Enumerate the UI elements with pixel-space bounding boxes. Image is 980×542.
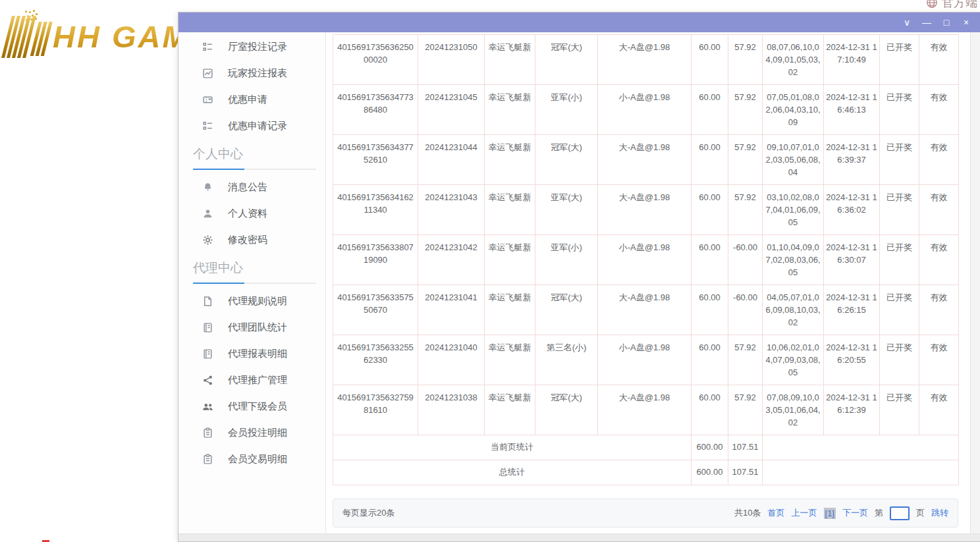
main-content: 40156917356362500002020241231050幸运飞艇新冠军(… bbox=[326, 32, 980, 535]
cell-numbers: 03,10,02,08,07,04,01,06,09,05 bbox=[763, 185, 824, 235]
current-page-badge[interactable]: [1] bbox=[824, 508, 836, 519]
sidebar-item[interactable]: 玩家投注报表 bbox=[178, 60, 325, 86]
summary-amount: 600.00 bbox=[692, 435, 728, 460]
cell-game: 幸运飞艇新 bbox=[485, 285, 535, 335]
cell-winloss: 57.92 bbox=[728, 385, 763, 435]
cell-amount: 60.00 bbox=[692, 185, 728, 235]
sidebar-item-label: 代理推广管理 bbox=[228, 374, 287, 387]
cell-order-id: 401569173563416211340 bbox=[333, 185, 418, 235]
cell-winloss: 57.92 bbox=[728, 335, 763, 385]
cell-bet: 亚军(大) bbox=[535, 185, 598, 235]
cell-winloss: -60.00 bbox=[728, 285, 763, 335]
horizontal-scrollbar[interactable] bbox=[178, 533, 980, 541]
sidebar-item-label: 修改密码 bbox=[228, 234, 267, 246]
table-row: 40156917356362500002020241231050幸运飞艇新冠军(… bbox=[333, 35, 959, 85]
list-icon bbox=[202, 121, 213, 132]
cell-game: 幸运飞艇新 bbox=[485, 85, 535, 135]
table-row: 40156917356327598161020241231038幸运飞艇新冠军(… bbox=[333, 385, 959, 435]
file-icon bbox=[202, 296, 213, 307]
summary-winloss: 107.51 bbox=[728, 460, 763, 485]
section-underline bbox=[193, 283, 316, 284]
sidebar-item[interactable]: 代理报表明细 bbox=[178, 340, 325, 367]
cell-time: 2024-12-31 16:46:13 bbox=[824, 85, 880, 135]
official-site-link[interactable]: 官方端 bbox=[926, 0, 977, 11]
cell-numbers: 09,10,07,01,02,03,05,06,08,04 bbox=[763, 135, 824, 185]
vertical-scrollbar[interactable] bbox=[970, 32, 980, 533]
window-body: 厅室投注记录玩家投注报表优惠申请优惠申请记录个人中心消息公告个人资料修改密码代理… bbox=[178, 32, 980, 535]
cell-valid: 有效 bbox=[919, 335, 959, 385]
cell-order-id: 401569173563275981610 bbox=[333, 385, 418, 435]
next-page-link[interactable]: 下一页 bbox=[842, 507, 868, 519]
pagination-bar: 每页显示20条 共10条 首页 上一页 [1] 下一页 第 页 跳转 bbox=[333, 499, 958, 528]
cell-period: 20241231042 bbox=[418, 235, 485, 285]
sidebar-section-title: 个人中心 bbox=[193, 146, 316, 169]
page-jump-input[interactable] bbox=[890, 506, 910, 520]
official-site-label: 官方端 bbox=[942, 0, 977, 11]
sidebar-item[interactable]: 会员交易明细 bbox=[178, 446, 325, 472]
ticket-icon bbox=[202, 94, 213, 105]
gear-icon bbox=[202, 234, 213, 246]
bell-icon bbox=[202, 182, 213, 193]
table-row: 40156917356332556233020241231040幸运飞艇新第三名… bbox=[333, 335, 959, 385]
user-icon bbox=[202, 208, 213, 219]
pager: 共10条 首页 上一页 [1] 下一页 第 页 跳转 bbox=[734, 506, 948, 520]
minimize-icon[interactable]: — bbox=[917, 13, 937, 32]
book-icon bbox=[202, 348, 213, 360]
sidebar-item[interactable]: 会员投注明细 bbox=[178, 420, 325, 446]
clipboard-icon bbox=[202, 454, 213, 465]
sidebar-item[interactable]: 代理下级会员 bbox=[178, 393, 325, 420]
cell-period: 20241231040 bbox=[418, 335, 485, 385]
cell-order-id: 401569173563625000020 bbox=[333, 35, 418, 85]
cell-game: 幸运飞艇新 bbox=[485, 385, 535, 435]
sidebar-item-label: 代理报表明细 bbox=[228, 348, 287, 360]
cell-winloss: -60.00 bbox=[728, 235, 763, 285]
sidebar-item[interactable]: 代理团队统计 bbox=[178, 314, 325, 340]
sidebar-item[interactable]: 消息公告 bbox=[178, 174, 325, 200]
cell-valid: 有效 bbox=[919, 185, 959, 235]
sidebar-item-label: 优惠申请记录 bbox=[228, 120, 287, 132]
cell-order-id: 401569173563325562330 bbox=[333, 335, 418, 385]
cell-status: 已开奖 bbox=[880, 285, 919, 335]
sidebar: 厅室投注记录玩家投注报表优惠申请优惠申请记录个人中心消息公告个人资料修改密码代理… bbox=[178, 32, 326, 535]
cell-valid: 有效 bbox=[919, 85, 959, 135]
cell-period: 20241231045 bbox=[418, 85, 485, 135]
sidebar-item-label: 代理下级会员 bbox=[228, 400, 287, 413]
sidebar-item[interactable]: 厅室投注记录 bbox=[178, 34, 325, 60]
cell-valid: 有效 bbox=[919, 135, 959, 185]
prev-page-link[interactable]: 上一页 bbox=[792, 507, 817, 519]
cell-bet: 亚军(小) bbox=[535, 235, 598, 285]
cell-bet: 亚军(小) bbox=[535, 85, 598, 135]
jump-suffix-label: 页 bbox=[916, 507, 925, 519]
close-icon[interactable]: × bbox=[956, 13, 976, 32]
cell-bet: 第三名(小) bbox=[535, 335, 598, 385]
cell-period: 20241231043 bbox=[418, 185, 485, 235]
sidebar-section-header: 代理中心 bbox=[178, 253, 325, 288]
sidebar-item[interactable]: 优惠申请 bbox=[178, 86, 325, 113]
maximize-icon[interactable]: □ bbox=[937, 13, 956, 32]
cell-game: 幸运飞艇新 bbox=[485, 135, 535, 185]
first-page-link[interactable]: 首页 bbox=[768, 507, 785, 519]
cell-status: 已开奖 bbox=[880, 135, 919, 185]
cell-valid: 有效 bbox=[919, 35, 959, 85]
jump-button[interactable]: 跳转 bbox=[931, 507, 948, 519]
sidebar-item[interactable]: 代理规则说明 bbox=[178, 288, 325, 314]
sidebar-item[interactable]: 优惠申请记录 bbox=[178, 113, 325, 139]
sidebar-item[interactable]: 修改密码 bbox=[178, 227, 325, 253]
sidebar-item-label: 厅室投注记录 bbox=[228, 41, 287, 53]
summary-empty bbox=[763, 435, 959, 460]
sidebar-item-label: 代理团队统计 bbox=[228, 321, 287, 334]
cell-winloss: 57.92 bbox=[728, 185, 763, 235]
cell-status: 已开奖 bbox=[880, 85, 919, 135]
sidebar-item-label: 消息公告 bbox=[228, 181, 267, 194]
sidebar-item-label: 会员交易明细 bbox=[228, 453, 287, 466]
collapse-icon[interactable]: ∨ bbox=[897, 13, 917, 32]
bet-records-table: 40156917356362500002020241231050幸运飞艇新冠军(… bbox=[333, 34, 959, 485]
table-row: 40156917356338071909020241231042幸运飞艇新亚军(… bbox=[333, 235, 959, 285]
total-count-label: 共10条 bbox=[734, 507, 761, 519]
cell-numbers: 08,07,06,10,04,09,01,05,03,02 bbox=[763, 35, 824, 85]
cell-period: 20241231041 bbox=[418, 285, 485, 335]
summary-winloss: 107.51 bbox=[728, 435, 763, 460]
sidebar-item[interactable]: 代理推广管理 bbox=[178, 367, 325, 393]
summary-row: 总统计600.00107.51 bbox=[333, 460, 959, 485]
sidebar-item[interactable]: 个人资料 bbox=[178, 200, 325, 227]
